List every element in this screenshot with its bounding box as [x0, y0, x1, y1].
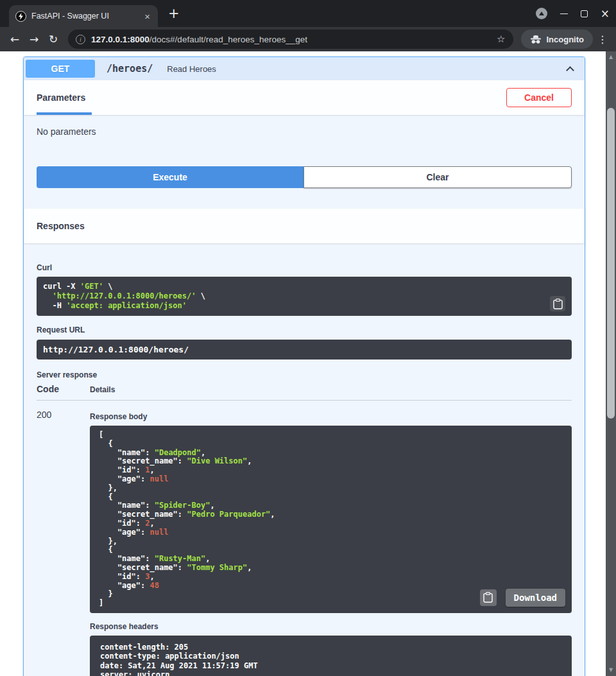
clipboard-icon: [553, 299, 563, 309]
curl-code-block: curl -X 'GET' \ 'http://127.0.0.1:8000/h…: [37, 277, 572, 316]
browser-titlebar: FastAPI - Swagger UI × + ×: [0, 0, 616, 27]
details-column-header: Details: [90, 385, 115, 394]
maximize-button[interactable]: [581, 10, 588, 17]
responses-header: Responses: [24, 209, 585, 243]
no-parameters-text: No parameters: [37, 126, 572, 137]
tab-close-icon[interactable]: ×: [143, 12, 151, 21]
operation-path: /heroes/: [107, 63, 153, 74]
response-body-json: [ { "name": "Deadpond", "secret_name": "…: [99, 431, 565, 608]
incognito-label: Incognito: [547, 35, 585, 44]
method-badge: GET: [26, 60, 95, 78]
response-headers-label: Response headers: [90, 622, 572, 631]
address-bar[interactable]: i 127.0.0.1:8000/docs#/default/read_hero…: [68, 30, 513, 49]
incognito-badge: Incognito: [521, 30, 594, 49]
operation-block: GET /heroes/ Read Heroes Parameters Canc…: [23, 56, 585, 676]
curl-command: curl -X 'GET' \ 'http://127.0.0.1:8000/h…: [43, 282, 565, 311]
clipboard-icon: [483, 592, 493, 603]
fastapi-favicon-icon: [15, 11, 26, 22]
curl-copy-button[interactable]: [550, 296, 565, 311]
response-headers-block: content-length: 205 content-type: applic…: [90, 636, 572, 676]
page-content: GET /heroes/ Read Heroes Parameters Canc…: [0, 51, 606, 676]
browser-toolbar: ← → ↻ i 127.0.0.1:8000/docs#/default/rea…: [0, 27, 616, 51]
response-body-label: Response body: [90, 412, 572, 421]
url-path: /docs#/default/read_heroes_heroes__get: [150, 35, 307, 44]
response-body-block: [ { "name": "Deadpond", "secret_name": "…: [90, 426, 572, 613]
cancel-button[interactable]: Cancel: [506, 88, 572, 107]
responses-body: Curl curl -X 'GET' \ 'http://127.0.0.1:8…: [24, 243, 585, 676]
url-text: 127.0.0.1:8000/docs#/default/read_heroes…: [91, 35, 491, 44]
reload-button[interactable]: ↻: [45, 33, 62, 46]
execute-button[interactable]: Execute: [37, 166, 304, 188]
scrollbar-thumb[interactable]: [607, 108, 615, 419]
collapse-chevron-icon[interactable]: [566, 66, 574, 74]
response-row: 200 Response body [ { "name": "Deadpond"…: [37, 401, 572, 676]
response-details: Response body [ { "name": "Deadpond", "s…: [90, 408, 572, 676]
request-url-block: http://127.0.0.1:8000/heroes/: [37, 340, 572, 360]
operation-header[interactable]: GET /heroes/ Read Heroes: [24, 57, 585, 80]
incognito-icon: [530, 35, 542, 44]
site-info-icon[interactable]: i: [76, 35, 85, 44]
response-table-header: Code Details: [37, 384, 572, 401]
operation-summary: Read Heroes: [167, 64, 567, 74]
scrollbar[interactable]: ▲ ▼: [606, 51, 616, 676]
close-button[interactable]: ×: [601, 8, 610, 19]
new-tab-button[interactable]: +: [168, 7, 180, 21]
download-button[interactable]: Download: [506, 589, 565, 607]
code-column-header: Code: [37, 384, 90, 394]
bookmark-star-icon[interactable]: ☆: [497, 33, 505, 45]
parameters-title: Parameters: [37, 92, 85, 103]
scroll-down-icon[interactable]: ▼: [606, 666, 616, 675]
active-tab-indicator: [37, 112, 92, 115]
back-button[interactable]: ←: [6, 33, 23, 46]
execute-button-group: Execute Clear: [24, 166, 585, 188]
forward-button[interactable]: →: [26, 33, 42, 46]
response-body-actions: Download: [480, 589, 565, 607]
browser-menu-icon[interactable]: ⋮: [595, 33, 610, 46]
server-response-label: Server response: [37, 370, 97, 379]
url-host: 127.0.0.1:8000: [91, 35, 150, 44]
tab-title: FastAPI - Swagger UI: [31, 12, 138, 21]
parameters-header: Parameters Cancel: [24, 80, 585, 115]
parameters-body: No parameters: [24, 115, 585, 166]
clear-button[interactable]: Clear: [304, 166, 572, 188]
scroll-up-icon[interactable]: ▲: [606, 53, 616, 62]
response-copy-button[interactable]: [480, 589, 497, 606]
response-status-code: 200: [37, 408, 90, 676]
curl-label: Curl: [37, 263, 52, 272]
browser-tab[interactable]: FastAPI - Swagger UI ×: [9, 5, 158, 27]
window-controls: ×: [536, 0, 610, 27]
browser-update-icon[interactable]: [536, 8, 547, 19]
request-url-label: Request URL: [37, 325, 85, 334]
request-url-value: http://127.0.0.1:8000/heroes/: [43, 345, 565, 354]
browser-window: FastAPI - Swagger UI × + × ← → ↻ i 127.0…: [0, 0, 616, 676]
minimize-button[interactable]: [560, 13, 568, 14]
responses-title: Responses: [37, 221, 85, 231]
response-headers-text: content-length: 205 content-type: applic…: [100, 643, 565, 676]
